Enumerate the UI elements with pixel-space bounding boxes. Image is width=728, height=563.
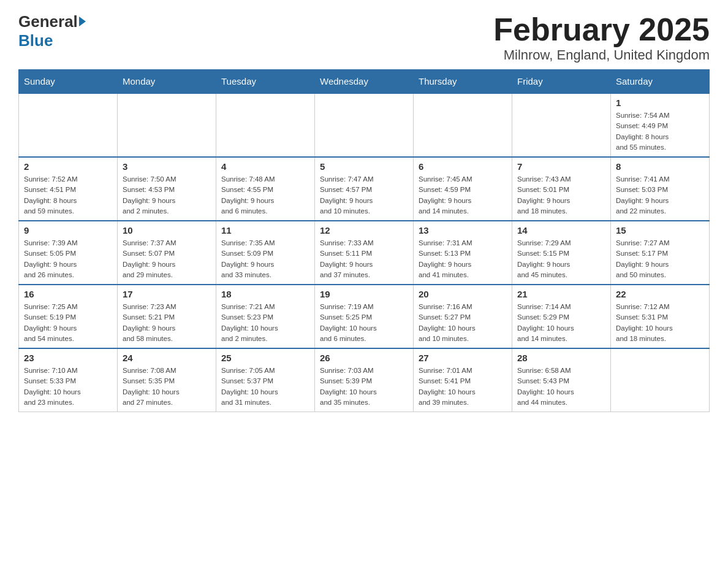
day-number: 19 [320, 289, 408, 299]
calendar-cell: 15Sunrise: 7:27 AMSunset: 5:17 PMDayligh… [611, 221, 710, 285]
calendar-week-row-3: 9Sunrise: 7:39 AMSunset: 5:05 PMDaylight… [19, 221, 710, 285]
calendar-cell: 8Sunrise: 7:41 AMSunset: 5:03 PMDaylight… [611, 157, 710, 221]
calendar-cell: 2Sunrise: 7:52 AMSunset: 4:51 PMDaylight… [19, 157, 118, 221]
day-number: 24 [123, 353, 211, 363]
day-number: 22 [616, 289, 704, 299]
calendar-header-thursday: Thursday [414, 70, 512, 94]
day-number: 8 [616, 161, 704, 172]
day-info: Sunrise: 7:05 AMSunset: 5:37 PMDaylight:… [221, 366, 309, 408]
calendar-cell: 4Sunrise: 7:48 AMSunset: 4:55 PMDaylight… [216, 157, 315, 221]
logo-general-text: General [18, 12, 78, 31]
page-header: General Blue February 2025 Milnrow, Engl… [18, 12, 710, 63]
calendar-cell [118, 93, 216, 157]
calendar-cell: 12Sunrise: 7:33 AMSunset: 5:11 PMDayligh… [315, 221, 414, 285]
day-number: 6 [419, 161, 507, 172]
calendar-cell: 7Sunrise: 7:43 AMSunset: 5:01 PMDaylight… [512, 157, 611, 221]
calendar-cell: 9Sunrise: 7:39 AMSunset: 5:05 PMDaylight… [19, 221, 118, 285]
day-info: Sunrise: 7:45 AMSunset: 4:59 PMDaylight:… [419, 174, 507, 216]
day-number: 3 [123, 161, 211, 172]
calendar-cell: 11Sunrise: 7:35 AMSunset: 5:09 PMDayligh… [216, 221, 315, 285]
day-info: Sunrise: 7:29 AMSunset: 5:15 PMDaylight:… [517, 238, 605, 280]
calendar-cell: 22Sunrise: 7:12 AMSunset: 5:31 PMDayligh… [611, 285, 710, 348]
calendar-week-row-5: 23Sunrise: 7:10 AMSunset: 5:33 PMDayligh… [19, 348, 710, 412]
day-number: 1 [616, 98, 704, 108]
day-number: 4 [221, 161, 309, 172]
calendar-cell [19, 93, 118, 157]
calendar-cell: 23Sunrise: 7:10 AMSunset: 5:33 PMDayligh… [19, 348, 118, 412]
day-info: Sunrise: 6:58 AMSunset: 5:43 PMDaylight:… [517, 366, 605, 408]
day-info: Sunrise: 7:19 AMSunset: 5:25 PMDaylight:… [320, 302, 408, 344]
calendar-cell: 19Sunrise: 7:19 AMSunset: 5:25 PMDayligh… [315, 285, 414, 348]
logo: General Blue [18, 12, 86, 50]
calendar-cell [414, 93, 512, 157]
calendar-cell: 10Sunrise: 7:37 AMSunset: 5:07 PMDayligh… [118, 221, 216, 285]
calendar-header-saturday: Saturday [611, 70, 710, 94]
day-number: 25 [221, 353, 309, 363]
calendar-cell: 6Sunrise: 7:45 AMSunset: 4:59 PMDaylight… [414, 157, 512, 221]
calendar-title: February 2025 [493, 12, 710, 47]
calendar-cell: 5Sunrise: 7:47 AMSunset: 4:57 PMDaylight… [315, 157, 414, 221]
calendar-header-friday: Friday [512, 70, 611, 94]
calendar-cell: 1Sunrise: 7:54 AMSunset: 4:49 PMDaylight… [611, 93, 710, 157]
day-number: 23 [24, 353, 112, 363]
day-number: 27 [419, 353, 507, 363]
day-info: Sunrise: 7:47 AMSunset: 4:57 PMDaylight:… [320, 174, 408, 216]
calendar-week-row-4: 16Sunrise: 7:25 AMSunset: 5:19 PMDayligh… [19, 285, 710, 348]
logo-blue-text: Blue [18, 31, 53, 50]
day-number: 16 [24, 289, 112, 299]
day-info: Sunrise: 7:52 AMSunset: 4:51 PMDaylight:… [24, 174, 112, 216]
calendar-cell [216, 93, 315, 157]
calendar-cell: 28Sunrise: 6:58 AMSunset: 5:43 PMDayligh… [512, 348, 611, 412]
day-number: 2 [24, 161, 112, 172]
day-info: Sunrise: 7:33 AMSunset: 5:11 PMDaylight:… [320, 238, 408, 280]
calendar-cell: 14Sunrise: 7:29 AMSunset: 5:15 PMDayligh… [512, 221, 611, 285]
calendar-cell: 16Sunrise: 7:25 AMSunset: 5:19 PMDayligh… [19, 285, 118, 348]
day-info: Sunrise: 7:41 AMSunset: 5:03 PMDaylight:… [616, 174, 704, 216]
day-info: Sunrise: 7:39 AMSunset: 5:05 PMDaylight:… [24, 238, 112, 280]
day-info: Sunrise: 7:37 AMSunset: 5:07 PMDaylight:… [123, 238, 211, 280]
day-number: 17 [123, 289, 211, 299]
calendar-cell [611, 348, 710, 412]
day-info: Sunrise: 7:01 AMSunset: 5:41 PMDaylight:… [419, 366, 507, 408]
day-info: Sunrise: 7:27 AMSunset: 5:17 PMDaylight:… [616, 238, 704, 280]
day-info: Sunrise: 7:10 AMSunset: 5:33 PMDaylight:… [24, 366, 112, 408]
day-number: 21 [517, 289, 605, 299]
day-info: Sunrise: 7:31 AMSunset: 5:13 PMDaylight:… [419, 238, 507, 280]
day-number: 20 [419, 289, 507, 299]
day-number: 28 [517, 353, 605, 363]
day-info: Sunrise: 7:14 AMSunset: 5:29 PMDaylight:… [517, 302, 605, 344]
day-number: 12 [320, 225, 408, 236]
day-number: 9 [24, 225, 112, 236]
day-info: Sunrise: 7:16 AMSunset: 5:27 PMDaylight:… [419, 302, 507, 344]
calendar-header-row: SundayMondayTuesdayWednesdayThursdayFrid… [19, 70, 710, 94]
day-info: Sunrise: 7:50 AMSunset: 4:53 PMDaylight:… [123, 174, 211, 216]
day-number: 15 [616, 225, 704, 236]
day-info: Sunrise: 7:21 AMSunset: 5:23 PMDaylight:… [221, 302, 309, 344]
calendar-header-tuesday: Tuesday [216, 70, 315, 94]
day-number: 13 [419, 225, 507, 236]
logo-triangle-icon [79, 17, 86, 26]
day-info: Sunrise: 7:48 AMSunset: 4:55 PMDaylight:… [221, 174, 309, 216]
calendar-table: SundayMondayTuesdayWednesdayThursdayFrid… [18, 69, 710, 412]
day-number: 11 [221, 225, 309, 236]
calendar-cell: 13Sunrise: 7:31 AMSunset: 5:13 PMDayligh… [414, 221, 512, 285]
calendar-cell: 17Sunrise: 7:23 AMSunset: 5:21 PMDayligh… [118, 285, 216, 348]
day-info: Sunrise: 7:25 AMSunset: 5:19 PMDaylight:… [24, 302, 112, 344]
calendar-cell: 27Sunrise: 7:01 AMSunset: 5:41 PMDayligh… [414, 348, 512, 412]
day-info: Sunrise: 7:08 AMSunset: 5:35 PMDaylight:… [123, 366, 211, 408]
calendar-cell: 3Sunrise: 7:50 AMSunset: 4:53 PMDaylight… [118, 157, 216, 221]
calendar-cell [315, 93, 414, 157]
day-info: Sunrise: 7:54 AMSunset: 4:49 PMDaylight:… [616, 110, 704, 153]
calendar-cell: 20Sunrise: 7:16 AMSunset: 5:27 PMDayligh… [414, 285, 512, 348]
day-info: Sunrise: 7:23 AMSunset: 5:21 PMDaylight:… [123, 302, 211, 344]
calendar-cell: 24Sunrise: 7:08 AMSunset: 5:35 PMDayligh… [118, 348, 216, 412]
calendar-subtitle: Milnrow, England, United Kingdom [493, 47, 710, 63]
day-number: 5 [320, 161, 408, 172]
day-number: 7 [517, 161, 605, 172]
calendar-cell: 26Sunrise: 7:03 AMSunset: 5:39 PMDayligh… [315, 348, 414, 412]
day-number: 26 [320, 353, 408, 363]
day-info: Sunrise: 7:35 AMSunset: 5:09 PMDaylight:… [221, 238, 309, 280]
day-info: Sunrise: 7:03 AMSunset: 5:39 PMDaylight:… [320, 366, 408, 408]
calendar-cell: 21Sunrise: 7:14 AMSunset: 5:29 PMDayligh… [512, 285, 611, 348]
calendar-week-row-2: 2Sunrise: 7:52 AMSunset: 4:51 PMDaylight… [19, 157, 710, 221]
